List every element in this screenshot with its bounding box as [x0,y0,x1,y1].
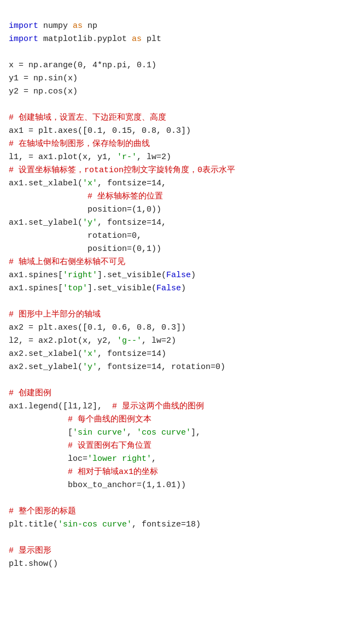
code-text: ax2.set_ylabel( [9,362,83,372]
string: 'y' [83,218,97,227]
line-31: # 每个曲线的图例文本 [9,415,151,424]
line-4: x = np.arange(0, 4*np.pi, 0.1) [9,61,156,70]
code-text: , fontsize=14, rotation=0) [97,362,225,372]
keyword-as: as [132,34,142,44]
code-editor: import numpy as np import matplotlib.pyp… [9,7,341,571]
code-text: ) [191,271,196,280]
code-text [9,441,68,450]
code-text: ax1.spines[ [9,271,63,280]
comment: # 图形中上半部分的轴域 [9,310,101,319]
keyword-import: import [9,34,38,44]
string: 'r-' [117,153,137,162]
comment: # 相对于轴域ax1的坐标 [68,467,158,477]
keyword-false: False [166,271,191,280]
line-39: plt.title('sin-cos curve', fontsize=18) [9,520,201,529]
code-text: ax2.set_xlabel( [9,349,83,359]
code-text: , [127,428,137,437]
line-21: ax1.spines['top'].set_visible(False) [9,284,186,293]
string: 'right' [63,271,97,280]
line-33: # 设置图例右下角位置 [9,441,151,450]
code-text: ax1.legend([l1,l2], [9,402,112,411]
line-42: plt.show() [9,559,58,569]
line-10: # 在轴域中绘制图形，保存绘制的曲线 [9,139,150,149]
line-15: position=(1,0)) [9,205,161,214]
code-text: , fontsize=14, [97,218,166,227]
line-17: rotation=0, [9,231,142,241]
line-25: l2, = ax2.plot(x, y2, 'g--', lw=2) [9,336,176,346]
string: 'lower right' [88,454,151,464]
code-text: plt.title( [9,520,58,529]
code-text: , fontsize=14, [97,179,166,188]
code-text: x = np.arange(0, 4*np.pi, 0.1) [9,61,156,70]
string: 'cos curve' [137,428,191,437]
line-30: ax1.legend([l1,l2], # 显示这两个曲线的图例 [9,402,204,411]
line-32: ['sin curve', 'cos curve'], [9,428,201,437]
keyword-import: import [9,21,38,31]
code-text [9,467,68,477]
code-text [9,415,68,424]
line-9: ax1 = plt.axes([0.1, 0.15, 0.8, 0.3]) [9,126,191,136]
line-5: y1 = np.sin(x) [9,74,78,83]
line-20: ax1.spines['right'].set_visible(False) [9,271,196,280]
code-text: ) [181,284,186,293]
code-text: plt.show() [9,559,58,569]
line-14: # 坐标轴标签的位置 [9,192,163,201]
line-18: position=(0,1)) [9,244,161,254]
code-text: ].set_visible( [88,284,156,293]
code-text: , lw=2) [142,336,176,346]
line-1: import numpy as np [9,21,97,31]
line-26: ax2.set_xlabel('x', fontsize=14) [9,349,166,359]
line-34: loc='lower right', [9,454,156,464]
code-text: , [151,454,156,464]
code-text: rotation=0, [9,231,142,241]
code-text: y1 = np.sin(x) [9,74,78,83]
code-text: y2 = np.cos(x) [9,87,78,96]
line-6: y2 = np.cos(x) [9,87,78,96]
code-text: ax1.spines[ [9,284,63,293]
keyword-as: as [73,21,83,31]
line-38: # 整个图形的标题 [9,507,76,516]
comment: # 在轴域中绘制图形，保存绘制的曲线 [9,139,150,149]
string: 'top' [63,284,88,293]
code-text: loc= [9,454,88,464]
code-text: , fontsize=18) [132,520,201,529]
code-text: l1, = ax1.plot(x, y1, [9,153,117,162]
string: 'g--' [117,336,142,346]
line-35: # 相对于轴域ax1的坐标 [9,467,158,477]
code-text [9,192,88,201]
code-text: l2, = ax2.plot(x, y2, [9,336,117,346]
line-29: # 创建图例 [9,389,51,398]
line-19: # 轴域上侧和右侧坐标轴不可见 [9,257,125,267]
line-8: # 创建轴域，设置左、下边距和宽度、高度 [9,113,166,122]
code-text: ], [191,428,201,437]
line-13: ax1.set_xlabel('x', fontsize=14, [9,179,166,188]
string: 'sin curve' [73,428,127,437]
comment: # 创建轴域，设置左、下边距和宽度、高度 [9,113,166,122]
code-text: position=(0,1)) [9,244,161,254]
code-text: , fontsize=14) [97,349,166,359]
code-text: ax2 = plt.axes([0.1, 0.6, 0.8, 0.3]) [9,323,186,332]
line-36: bbox_to_anchor=(1,1.01)) [9,481,186,490]
comment: # 显示这两个曲线的图例 [112,402,204,411]
string: 'x' [83,349,97,359]
comment: # 设置坐标轴标签，rotation控制文字旋转角度，0表示水平 [9,166,235,175]
string: 'y' [83,362,97,372]
string: 'sin-cos curve' [58,520,132,529]
code-text: [ [9,428,73,437]
line-27: ax2.set_ylabel('y', fontsize=14, rotatio… [9,362,225,372]
code-text: bbox_to_anchor=(1,1.01)) [9,481,186,490]
code-text: ax1 = plt.axes([0.1, 0.15, 0.8, 0.3]) [9,126,191,136]
code-text: ax1.set_ylabel( [9,218,83,227]
line-11: l1, = ax1.plot(x, y1, 'r-', lw=2) [9,153,171,162]
comment: # 设置图例右下角位置 [68,441,151,450]
line-2: import matplotlib.pyplot as plt [9,34,161,44]
line-23: # 图形中上半部分的轴域 [9,310,101,319]
line-41: # 显示图形 [9,546,51,555]
comment: # 每个曲线的图例文本 [68,415,151,424]
code-text: ].set_visible( [97,271,166,280]
comment: # 坐标轴标签的位置 [88,192,163,201]
line-24: ax2 = plt.axes([0.1, 0.6, 0.8, 0.3]) [9,323,186,332]
comment: # 显示图形 [9,546,51,555]
line-16: ax1.set_ylabel('y', fontsize=14, [9,218,166,227]
comment: # 整个图形的标题 [9,507,76,516]
